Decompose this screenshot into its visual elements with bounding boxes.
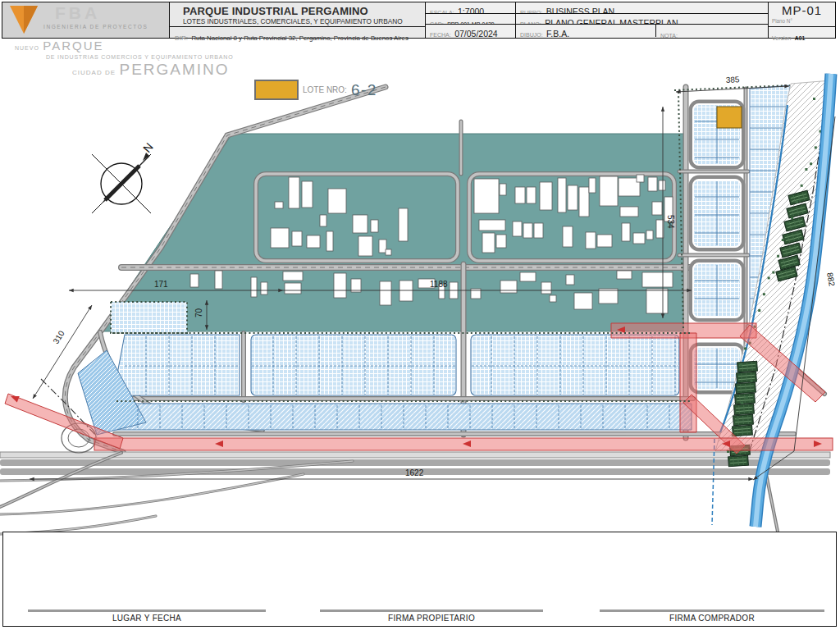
signature-buyer: FIRMA COMPRADOR	[600, 609, 824, 623]
building-footprint	[190, 274, 199, 287]
building-footprint	[652, 202, 662, 215]
shrub-dot	[736, 418, 738, 420]
building-footprint	[633, 233, 645, 244]
tree-row-icon	[733, 425, 753, 436]
signature-label: LUGAR Y FECHA	[28, 612, 266, 623]
shrub-dot	[782, 239, 784, 241]
highway-lane	[0, 452, 830, 458]
dim-882: 882	[825, 272, 837, 287]
shrub-dot	[744, 347, 746, 349]
lot-parcel	[111, 302, 187, 333]
building-footprint	[586, 232, 596, 249]
address-row: DIR: Ruta Nacional 8 y Ruta Provincial 3…	[170, 26, 425, 39]
building-footprint	[289, 177, 299, 208]
banner-line1-prefix: NUEVO	[15, 45, 39, 51]
version-label: Version	[772, 35, 791, 41]
building-footprint	[637, 175, 644, 182]
shrub-dot	[805, 168, 807, 171]
lot-block	[113, 335, 240, 395]
building-footprint	[599, 289, 618, 304]
building-footprint	[251, 277, 257, 297]
dim-70: 70	[194, 308, 203, 317]
shrub-dot	[777, 255, 779, 258]
shrub-dot	[741, 402, 743, 404]
building-footprint	[482, 233, 495, 253]
dim-310: 310	[51, 329, 66, 345]
building-footprint	[479, 220, 505, 231]
compass-north-label: N	[140, 140, 156, 155]
building-footprint	[540, 182, 552, 210]
building-footprint	[568, 185, 578, 210]
signature-box: LUGAR Y FECHA FIRMA PROPIETARIO FIRMA CO…	[2, 532, 837, 627]
shrub-dot	[768, 276, 770, 279]
dim-1622: 1622	[405, 468, 424, 477]
sheet-number-label: Plano N°	[772, 18, 792, 24]
building-footprint	[574, 293, 592, 309]
building-footprint	[515, 187, 525, 203]
building-footprint	[646, 289, 668, 313]
shrub-dot	[758, 309, 760, 312]
building-footprint	[380, 281, 391, 305]
building-footprint	[500, 281, 517, 293]
building-footprint	[659, 180, 665, 190]
building-footprint	[550, 295, 556, 302]
legend: LOTE NRO: 6-2	[254, 80, 377, 100]
legend-label: LOTE NRO:	[303, 85, 347, 94]
signature-label: FIRMA PROPIETARIO	[320, 612, 543, 623]
title-block: FBA INGENIERIA DE PROYECTOS PARQUE INDUS…	[2, 2, 836, 39]
building-footprint	[496, 235, 506, 248]
dibujo-label: DIBUJO:	[520, 32, 543, 37]
building-footprint	[353, 215, 368, 233]
rubro-plano-cell: RUBRO: BUSINESS PLAN PLANO: PLANO GENERA…	[516, 2, 769, 38]
building-footprint	[520, 272, 536, 281]
building-footprint	[326, 231, 333, 251]
shrub-dot	[810, 162, 812, 165]
building-footprint	[334, 273, 346, 298]
rubro-value: BUSINESS PLAN	[546, 7, 614, 14]
legend-lot-swatch	[254, 80, 299, 100]
building-footprint	[386, 249, 391, 255]
shrub-dot	[772, 272, 774, 274]
building-footprint	[648, 177, 657, 191]
red-road	[680, 333, 696, 432]
highway-lane	[0, 459, 830, 466]
project-subtitle: LOTES INDUSTRIALES, COMERCIALES, Y EQUIP…	[183, 17, 403, 25]
company-tagline: INGENIERIA DE PROYECTOS	[43, 24, 148, 30]
shrub-dot	[796, 201, 798, 203]
legend-lot-number: 6-2	[351, 81, 377, 99]
dim-1188: 1188	[430, 280, 448, 289]
building-footprint	[620, 207, 638, 217]
banner-line1-main: PARQUE	[43, 39, 103, 52]
masterplan-sheet: 385 534 882 171 1188 70 310 1622 N FBA I…	[0, 0, 840, 630]
plano-value: PLANO GENERAL MASTERPLAN	[545, 18, 678, 25]
fecha-value: 07/05/2024	[454, 29, 498, 37]
tree-row-icon	[736, 382, 756, 394]
building-footprint	[558, 178, 566, 212]
lot-block	[251, 335, 456, 395]
banner-line3-prefix: CIUDAD DE	[72, 69, 116, 76]
building-footprint	[285, 283, 301, 294]
project-title: PARQUE INDUSTRIAL PERGAMINO	[183, 5, 368, 17]
building-footprint	[500, 184, 506, 195]
shrub-dot	[787, 222, 789, 225]
building-footprint	[566, 275, 574, 285]
lot-strip	[108, 404, 692, 430]
building-footprint	[534, 223, 543, 238]
shrub-dot	[746, 396, 748, 399]
building-footprint	[320, 215, 326, 226]
building-footprint	[328, 189, 346, 213]
building-footprint	[513, 221, 522, 236]
building-footprint	[541, 282, 551, 294]
shrub-dot	[791, 217, 793, 219]
building-footprint	[307, 235, 320, 248]
signature-place-date: LUGAR Y FECHA	[28, 609, 266, 623]
tree-row-icon	[737, 372, 757, 383]
tree-row-icon	[728, 455, 749, 467]
building-footprint	[302, 181, 313, 208]
shrub-dot	[813, 98, 815, 100]
escala-value: 1:7000	[458, 7, 484, 14]
building-footprint	[399, 208, 408, 241]
dim-171: 171	[154, 280, 168, 289]
shrub-dot	[751, 380, 753, 382]
sheet-number: MP-01	[769, 3, 835, 17]
